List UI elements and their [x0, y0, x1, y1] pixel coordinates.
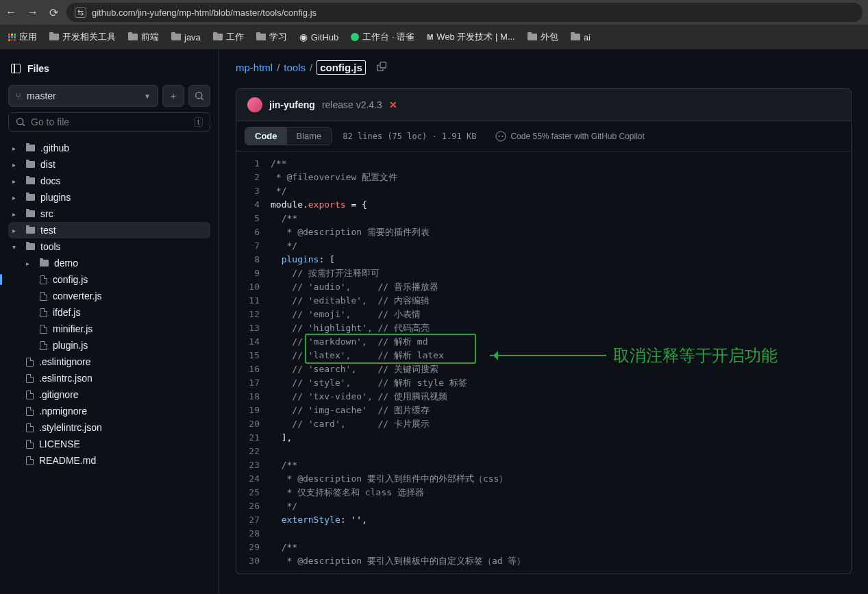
copilot-badge[interactable]: Code 55% faster with GitHub Copilot [495, 131, 644, 142]
line-number[interactable]: 14 [236, 335, 271, 349]
tree-file[interactable]: .gitignore [8, 386, 210, 403]
line-number[interactable]: 10 [236, 280, 271, 294]
tree-file[interactable]: .eslintrc.json [8, 370, 210, 386]
folder-icon [49, 34, 59, 40]
tree-file[interactable]: config.js [8, 271, 210, 288]
yuque-icon [351, 33, 359, 41]
copilot-icon [495, 131, 506, 142]
search-button[interactable] [188, 85, 210, 107]
tree-folder[interactable]: ▸.github [8, 140, 210, 156]
address-bar[interactable]: ⇆ github.com/jin-yufeng/mp-html/blob/mas… [66, 3, 863, 22]
tree-file[interactable]: converter.js [8, 288, 210, 304]
tree-folder[interactable]: ▸demo [8, 255, 210, 271]
tab-code[interactable]: Code [245, 127, 287, 145]
forward-button[interactable]: → [27, 6, 38, 19]
back-button[interactable]: ← [5, 6, 16, 19]
tab-blame[interactable]: Blame [287, 127, 332, 145]
tree-folder[interactable]: ▸src [8, 206, 210, 222]
line-number[interactable]: 16 [236, 362, 271, 376]
line-number[interactable]: 7 [236, 239, 271, 253]
tree-file[interactable]: LICENSE [8, 436, 210, 452]
line-number[interactable]: 13 [236, 321, 271, 335]
line-number[interactable]: 21 [236, 431, 271, 445]
tree-folder[interactable]: ▸docs [8, 173, 210, 189]
tree-folder[interactable]: ▸plugins [8, 189, 210, 206]
tree-file[interactable]: ifdef.js [8, 304, 210, 321]
apps-shortcut[interactable]: 应用 [8, 31, 37, 43]
commit-author[interactable]: jin-yufeng [269, 99, 315, 110]
code-view[interactable]: 1/**2 * @fileoverview 配置文件3 */4module.ex… [236, 151, 852, 574]
add-button[interactable]: + [162, 85, 184, 107]
folder-icon [26, 210, 35, 217]
bookmark-item[interactable]: 学习 [256, 31, 287, 43]
line-number[interactable]: 28 [236, 527, 271, 541]
bookmark-item[interactable]: MWeb 开发技术 | M... [427, 31, 515, 43]
tree-file[interactable]: plugin.js [8, 337, 210, 354]
tree-file[interactable]: .eslintignore [8, 354, 210, 370]
line-number[interactable]: 19 [236, 404, 271, 417]
line-number[interactable]: 4 [236, 198, 271, 212]
breadcrumb-mid[interactable]: tools [284, 62, 306, 73]
copy-path-button[interactable] [377, 62, 386, 73]
line-number[interactable]: 8 [236, 253, 271, 267]
code-line: 25 * 仅支持标签名和 class 选择器 [236, 486, 851, 499]
line-content: /** [271, 541, 851, 554]
branch-selector[interactable]: ⑂ master ▼ [8, 85, 158, 107]
reload-button[interactable]: ⟳ [49, 6, 58, 19]
code-line: 27 externStyle: '', [236, 513, 851, 527]
file-icon [40, 275, 47, 284]
line-number[interactable]: 2 [236, 171, 271, 184]
tree-file[interactable]: .stylelintrc.json [8, 419, 210, 436]
line-number[interactable]: 29 [236, 541, 271, 554]
bookmark-item[interactable]: ◉GitHub [299, 32, 338, 42]
line-number[interactable]: 5 [236, 212, 271, 225]
bookmark-item[interactable]: 工作 [213, 31, 244, 43]
bookmark-item[interactable]: 外包 [528, 31, 558, 43]
tree-file[interactable]: README.md [8, 452, 210, 469]
code-line: 30 * @description 要引入到模板中的自定义标签（ad 等） [236, 554, 851, 568]
line-number[interactable]: 24 [236, 472, 271, 486]
line-number[interactable]: 25 [236, 486, 271, 499]
code-line: 14 // 'markdown', // 解析 md [236, 335, 851, 349]
commit-message[interactable]: release v2.4.3 [322, 99, 382, 110]
breadcrumb-root[interactable]: mp-html [236, 62, 273, 73]
line-number[interactable]: 18 [236, 390, 271, 404]
bookmark-item[interactable]: 前端 [128, 31, 159, 43]
line-number[interactable]: 27 [236, 513, 271, 527]
line-number[interactable]: 1 [236, 157, 271, 171]
file-search-input[interactable] [31, 116, 188, 127]
code-line: 19 // 'img-cache' // 图片缓存 [236, 404, 851, 417]
code-line: 26 */ [236, 499, 851, 513]
line-number[interactable]: 6 [236, 225, 271, 239]
status-fail-icon[interactable]: ✕ [389, 99, 397, 110]
line-content: // 'emoji', // 小表情 [271, 308, 851, 321]
tree-folder[interactable]: ▸test [8, 222, 210, 238]
line-content: // 'style', // 解析 style 标签 [271, 376, 851, 390]
code-line: 3 */ [236, 184, 851, 198]
line-number[interactable]: 17 [236, 376, 271, 390]
tree-file[interactable]: minifier.js [8, 321, 210, 337]
bookmark-item[interactable]: 工作台 · 语雀 [351, 31, 414, 43]
bookmark-item[interactable]: ai [571, 32, 591, 42]
line-number[interactable]: 26 [236, 499, 271, 513]
bookmark-item[interactable]: 开发相关工具 [49, 31, 116, 43]
line-number[interactable]: 12 [236, 308, 271, 321]
site-settings-icon[interactable]: ⇆ [75, 8, 86, 18]
line-number[interactable]: 20 [236, 417, 271, 431]
line-number[interactable]: 3 [236, 184, 271, 198]
tree-file[interactable]: .npmignore [8, 403, 210, 419]
line-number[interactable]: 15 [236, 349, 271, 362]
tree-folder[interactable]: ▾tools [8, 238, 210, 255]
chevron-icon: ▾ [12, 243, 21, 251]
bookmark-item[interactable]: java [171, 32, 201, 42]
line-number[interactable]: 9 [236, 267, 271, 280]
line-number[interactable]: 22 [236, 445, 271, 458]
line-number[interactable]: 30 [236, 554, 271, 568]
line-number[interactable]: 23 [236, 458, 271, 472]
tree-folder[interactable]: ▸dist [8, 156, 210, 173]
line-content: // 'audio', // 音乐播放器 [271, 280, 851, 294]
avatar[interactable] [247, 97, 262, 112]
line-number[interactable]: 11 [236, 294, 271, 308]
file-search[interactable]: t [8, 112, 210, 132]
line-content: externStyle: '', [271, 513, 851, 527]
